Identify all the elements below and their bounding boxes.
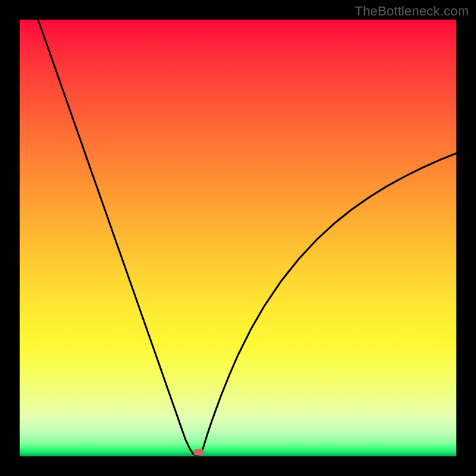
curve-path (38, 20, 456, 455)
curve-svg (20, 20, 456, 456)
min-marker (193, 449, 204, 455)
watermark-text: TheBottleneck.com (355, 4, 469, 19)
plot-area (20, 20, 456, 456)
chart-frame: TheBottleneck.com (0, 0, 476, 476)
